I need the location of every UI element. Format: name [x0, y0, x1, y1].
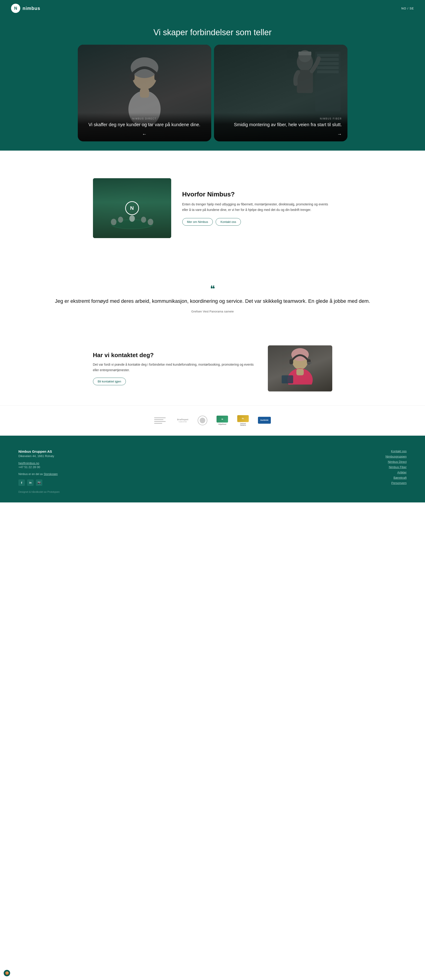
- partner-5-logo: SL SørtrastSødlane: [237, 415, 249, 426]
- partner-6: StartBANK: [258, 415, 271, 426]
- partner-4: M Miljøfibad: [217, 415, 228, 426]
- svg-point-21: [148, 219, 153, 225]
- quote-text: Jeg er ekstremt fornøyd med deres arbeid…: [46, 297, 379, 305]
- slide-card-left[interactable]: NIMBUS DIRECT Vi skaffer deg nye kunder …: [78, 45, 211, 142]
- footer: Nimbus Gruppen AS Dikeveien 44, 1661 Rol…: [0, 436, 425, 503]
- card-right-desc: Smidig montering av fiber, hele veien fr…: [219, 121, 342, 128]
- card-left-overlay: NIMBUS DIRECT Vi skaffer deg nye kunder …: [78, 113, 211, 142]
- footer-link-baerekraft[interactable]: Bærekraft: [393, 476, 407, 479]
- partner-3: [198, 415, 207, 426]
- svg-rect-3: [154, 73, 159, 80]
- contact-image: [268, 345, 332, 391]
- svg-rect-10: [317, 66, 339, 69]
- meeting-table-illustration: [109, 215, 155, 234]
- svg-point-19: [129, 215, 135, 222]
- partner-6-logo: StartBANK: [258, 417, 271, 425]
- quote-author: Grefsen Vest Panorama sameie: [46, 310, 379, 313]
- footer-company-name: Nimbus Gruppen AS: [18, 449, 60, 453]
- contact-content-wrap: Har vi kontaktet deg? Det var fordi vi p…: [75, 332, 350, 405]
- partner-2-name: Draftspot Callcenter: [177, 418, 189, 423]
- footer-social: f in 📷: [18, 479, 60, 486]
- card-right-overlay: NIMBUS FIBER Smidig montering av fiber, …: [214, 113, 347, 142]
- facebook-icon[interactable]: f: [18, 479, 25, 486]
- logo-initial: N: [14, 6, 17, 11]
- language-switcher[interactable]: NO / SE: [401, 7, 414, 10]
- card-slider: NIMBUS DIRECT Vi skaffer deg nye kunder …: [6, 45, 419, 151]
- svg-rect-9: [317, 62, 339, 65]
- card-left-desc: Vi skaffer deg nye kunder og tar vare på…: [83, 121, 206, 128]
- footer-address: Dikeveien 44, 1661 Rolvøy: [18, 454, 60, 458]
- hero-section: Vi skaper forbindelser som teller: [0, 17, 425, 151]
- operator-illustration: [279, 348, 321, 385]
- card-right-arrow[interactable]: →: [219, 132, 342, 137]
- footer-link-personvern[interactable]: Personvern: [392, 481, 407, 485]
- partner-4-logo: M Miljøfibad: [217, 415, 228, 425]
- card-left-label: NIMBUS DIRECT: [83, 118, 206, 120]
- linkedin-icon[interactable]: in: [27, 479, 33, 486]
- partner-3-circle: [198, 415, 207, 425]
- svg-rect-2: [130, 73, 135, 80]
- card-right-label: NIMBUS FIBER: [219, 118, 342, 120]
- footer-link-kontakt[interactable]: Kontakt oss: [391, 449, 407, 453]
- svg-rect-24: [289, 359, 293, 364]
- contact-title: Har vi kontaktet deg?: [93, 352, 257, 359]
- footer-link-nimbus-fiber[interactable]: Nimbus Fiber: [389, 465, 407, 469]
- svg-rect-26: [307, 362, 312, 364]
- bli-kontaktet-button[interactable]: Bli kontaktet igjen: [93, 378, 126, 385]
- partner-5: SL SørtrastSødlane: [237, 415, 249, 426]
- partner-1: [154, 415, 168, 426]
- header: N nimbus NO / SE: [0, 0, 425, 17]
- svg-rect-29: [282, 375, 293, 383]
- partners-section: Draftspot Callcenter M Miljøfibad SL Sør…: [0, 405, 425, 436]
- partner-2: Draftspot Callcenter: [177, 415, 189, 426]
- footer-phone: +47 51 22 28 00: [18, 465, 60, 469]
- hero-title: Vi skaper forbindelser som teller: [6, 28, 419, 37]
- quote-mark: ❝: [46, 284, 379, 293]
- contact-text: Har vi kontaktet deg? Det var fordi vi p…: [93, 352, 257, 385]
- footer-link-nimbus-direct[interactable]: Nimbus Direct: [388, 460, 407, 463]
- footer-link-nimbusgruppen[interactable]: Nimbusgruppen: [385, 455, 407, 458]
- footer-storskogen-link[interactable]: Storskogen: [44, 473, 58, 476]
- why-section: N Hvorfor Nimbus? Enten du trenger hjelp…: [0, 151, 425, 266]
- quote-section: ❝ Jeg er ekstremt fornøyd med deres arbe…: [0, 266, 425, 332]
- slide-card-right[interactable]: NIMBUS FIBER Smidig montering av fiber, …: [214, 45, 347, 142]
- contact-us-button[interactable]: Kontakt oss: [216, 218, 241, 226]
- footer-right: Kontakt oss Nimbusgruppen Nimbus Direct …: [385, 449, 407, 485]
- card-left-arrow[interactable]: ←: [83, 132, 206, 137]
- more-about-nimbus-button[interactable]: Mer om Nimbus: [182, 218, 213, 226]
- svg-rect-11: [317, 70, 339, 73]
- footer-storskogen-text: Nimbus er en del av: [18, 473, 43, 476]
- why-content-wrap: N Hvorfor Nimbus? Enten du trenger hjelp…: [75, 160, 350, 256]
- contact-description: Det var fordi vi prøvde å kontakte deg i…: [93, 362, 257, 373]
- svg-point-18: [118, 217, 123, 223]
- svg-rect-5: [140, 88, 149, 98]
- why-title: Hvorfor Nimbus?: [182, 191, 332, 198]
- svg-point-17: [111, 219, 116, 225]
- contact-section: Har vi kontaktet deg? Det var fordi vi p…: [0, 332, 425, 405]
- why-description: Enten du trenger hjelp med utbygging av …: [182, 202, 332, 213]
- svg-rect-15: [298, 52, 311, 55]
- why-image: N: [93, 178, 171, 238]
- logo[interactable]: N nimbus: [11, 4, 40, 13]
- svg-rect-28: [297, 369, 304, 375]
- logo-circle: N: [11, 4, 20, 13]
- footer-designed: Designet & håndkodet av Prototypen: [18, 490, 60, 493]
- footer-link-artikler[interactable]: Artikler: [397, 471, 407, 474]
- instagram-icon[interactable]: 📷: [36, 479, 42, 486]
- why-buttons: Mer om Nimbus Kontakt oss: [182, 218, 332, 226]
- why-text: Hvorfor Nimbus? Enten du trenger hjelp m…: [182, 191, 332, 226]
- why-image-logo: N: [125, 201, 139, 215]
- partner-lines-icon: [154, 416, 168, 425]
- svg-rect-7: [317, 54, 339, 57]
- svg-point-20: [141, 217, 146, 223]
- footer-left: Nimbus Gruppen AS Dikeveien 44, 1661 Rol…: [18, 449, 60, 493]
- footer-storskogen: Nimbus er en del av Storskogen: [18, 473, 60, 476]
- footer-email[interactable]: hei@nimbus.no: [18, 461, 60, 465]
- person-server-illustration: [292, 49, 343, 118]
- logo-name: nimbus: [22, 6, 40, 11]
